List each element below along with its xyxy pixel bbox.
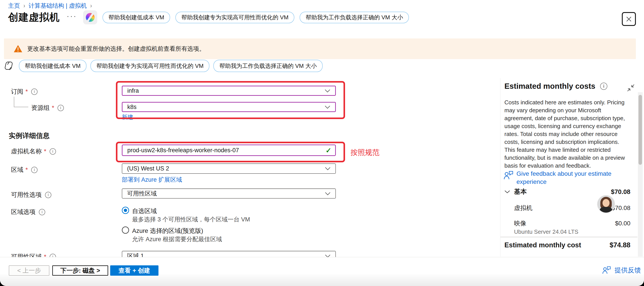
edge-zone-link[interactable]: 部署到 Azure 扩展区域 bbox=[122, 176, 182, 184]
group-amount: $70.08 bbox=[611, 188, 630, 195]
subscription-dropdown[interactable]: infra bbox=[122, 86, 336, 96]
resource-group-value: k8s bbox=[127, 104, 136, 111]
info-icon[interactable]: i bbox=[50, 148, 56, 155]
zone-options-label: 区域选项 i bbox=[11, 208, 45, 216]
info-icon[interactable]: i bbox=[31, 167, 38, 173]
self-selected-zones-radio[interactable] bbox=[122, 207, 129, 214]
info-icon[interactable]: i bbox=[58, 105, 64, 111]
required-asterisk: * bbox=[26, 166, 28, 173]
group-label: 基本 bbox=[514, 187, 527, 196]
chevron-right-icon: › bbox=[90, 2, 92, 10]
collapse-panel-icon[interactable] bbox=[627, 84, 635, 92]
give-feedback-link[interactable]: 提供反馈 bbox=[602, 265, 641, 275]
estimate-item-image-sub: Ubuntu Server 24.04 LTS bbox=[514, 228, 578, 235]
item-label: 映像 bbox=[514, 219, 526, 227]
warning-banner: 更改基本选项可能会重置所做的选择。创建虚拟机前查看所有选项。 bbox=[4, 39, 636, 59]
breadcrumb-virtual-machines[interactable]: 计算基础结构 | 虚拟机 bbox=[28, 2, 87, 10]
warning-icon bbox=[14, 45, 22, 53]
subscription-value: infra bbox=[127, 87, 139, 94]
azure-selected-zones-radio[interactable] bbox=[122, 226, 129, 234]
feedback-label: 提供反馈 bbox=[614, 266, 641, 275]
chevron-down-icon bbox=[325, 167, 330, 170]
availability-options-dropdown[interactable]: 可用性区域 bbox=[122, 188, 336, 199]
total-amount: $74.88 bbox=[610, 241, 630, 249]
copilot-outline-icon[interactable] bbox=[4, 60, 15, 72]
azure-selected-zones-description: 允许 Azure 根据需要分配最佳区域 bbox=[132, 235, 222, 243]
title-row: 创建虚拟机 ··· 帮助我创建低成本 VM 帮助我创建专为实现高可用性而优化的 … bbox=[8, 10, 409, 25]
info-icon[interactable]: i bbox=[600, 83, 607, 90]
assistant-avatar[interactable] bbox=[598, 195, 614, 213]
estimate-total-divider bbox=[500, 237, 638, 237]
valid-check-icon: ✓ bbox=[326, 146, 332, 155]
vm-name-label: 虚拟机名称* i bbox=[11, 147, 56, 156]
assist-low-cost-button-2[interactable]: 帮助我创建低成本 VM bbox=[19, 60, 86, 72]
naming-annotation: 按照规范 bbox=[350, 148, 380, 157]
info-icon[interactable]: i bbox=[31, 89, 38, 95]
assist-high-availability-button[interactable]: 帮助我创建专为实现高可用性而优化的 VM bbox=[176, 12, 294, 23]
tree-connector bbox=[14, 97, 14, 107]
review-create-button[interactable]: 查看 + 创建 bbox=[110, 265, 158, 276]
azure-selected-zones-label[interactable]: Azure 选择的区域(预览版) bbox=[132, 227, 203, 235]
item-label: 虚拟机 bbox=[514, 204, 532, 212]
instance-details-heading: 实例详细信息 bbox=[9, 131, 50, 140]
estimate-panel-title: Estimated monthly costs i bbox=[504, 82, 607, 91]
estimate-feedback-link[interactable]: Give feedback about your estimate experi… bbox=[504, 170, 622, 186]
chevron-down-icon bbox=[504, 190, 510, 193]
item-amount: $0.00 bbox=[615, 220, 630, 227]
availability-options-value: 可用性区域 bbox=[127, 190, 157, 197]
assist-vm-size-button-2[interactable]: 帮助我为工作负载选择正确的 VM 大小 bbox=[213, 60, 322, 72]
assist-high-availability-button-2[interactable]: 帮助我创建专为实现高可用性而优化的 VM bbox=[90, 60, 210, 72]
breadcrumb: 主页 › 计算基础结构 | 虚拟机 › bbox=[8, 2, 92, 10]
more-menu-button[interactable]: ··· bbox=[67, 12, 77, 20]
required-asterisk: * bbox=[44, 148, 46, 155]
footer-bar: < 上一步 下一步: 磁盘 > 查看 + 创建 提供反馈 bbox=[0, 257, 644, 286]
feedback-icon bbox=[504, 170, 514, 181]
chevron-right-icon: › bbox=[24, 2, 25, 10]
feedback-link-text: Give feedback about your estimate experi… bbox=[516, 170, 622, 186]
create-vm-page: 主页 › 计算基础结构 | 虚拟机 › 创建虚拟机 ··· 帮助我创建低成本 V… bbox=[0, 0, 644, 286]
estimate-group-basic[interactable]: 基本 $70.08 bbox=[504, 187, 630, 196]
availability-options-label: 可用性选项 i bbox=[11, 191, 51, 199]
close-button[interactable] bbox=[622, 12, 636, 26]
create-new-link[interactable]: 新建 bbox=[122, 113, 133, 121]
panel-divider bbox=[500, 78, 500, 256]
tree-connector bbox=[14, 107, 28, 107]
scrollbar-track[interactable] bbox=[638, 92, 643, 256]
estimate-total-row: Estimated monthly cost $74.88 bbox=[504, 241, 630, 249]
vm-name-field: ✓ bbox=[122, 145, 336, 156]
vm-name-input[interactable] bbox=[122, 145, 336, 156]
self-selected-zones-label[interactable]: 自选区域 bbox=[132, 207, 157, 215]
close-icon bbox=[625, 16, 632, 23]
self-selected-zones-description: 最多选择 3 个可用性区域，每个区域一台 VM bbox=[132, 215, 250, 223]
assist-vm-size-button[interactable]: 帮助我为工作负载选择正确的 VM 大小 bbox=[300, 12, 409, 23]
assist-low-cost-button[interactable]: 帮助我创建低成本 VM bbox=[102, 12, 170, 23]
estimate-item-image: 映像 $0.00 bbox=[504, 219, 630, 227]
feedback-icon bbox=[602, 265, 612, 275]
copilot-icon bbox=[86, 13, 94, 22]
copilot-assist-row: 帮助我创建低成本 VM 帮助我创建专为实现高可用性而优化的 VM 帮助我为工作负… bbox=[4, 60, 323, 72]
resource-group-label: 资源组* i bbox=[31, 104, 64, 112]
resource-group-dropdown[interactable]: k8s bbox=[122, 102, 336, 112]
chevron-down-icon bbox=[325, 105, 330, 109]
avatar-face bbox=[602, 199, 610, 207]
breadcrumb-home[interactable]: 主页 bbox=[8, 2, 20, 10]
info-icon[interactable]: i bbox=[39, 209, 45, 215]
estimate-description: Costs indicated here are estimates only.… bbox=[504, 98, 631, 170]
total-label: Estimated monthly cost bbox=[504, 241, 581, 249]
chevron-down-icon bbox=[325, 89, 330, 93]
subscription-label: 订阅* i bbox=[11, 87, 38, 96]
required-asterisk: * bbox=[52, 104, 54, 111]
scrollbar-thumb[interactable] bbox=[638, 95, 642, 165]
region-dropdown[interactable]: (US) West US 2 bbox=[122, 163, 336, 174]
chevron-down-icon bbox=[325, 192, 330, 195]
info-icon[interactable]: i bbox=[45, 192, 51, 198]
next-disks-button[interactable]: 下一步: 磁盘 > bbox=[52, 265, 108, 276]
warning-text: 更改基本选项可能会重置所做的选择。创建虚拟机前查看所有选项。 bbox=[27, 45, 205, 53]
region-value: (US) West US 2 bbox=[127, 165, 169, 172]
region-label: 区域* i bbox=[11, 166, 38, 174]
required-asterisk: * bbox=[26, 88, 28, 95]
previous-button[interactable]: < 上一步 bbox=[9, 265, 50, 276]
page-title: 创建虚拟机 bbox=[8, 11, 60, 24]
copilot-button[interactable] bbox=[83, 10, 97, 24]
